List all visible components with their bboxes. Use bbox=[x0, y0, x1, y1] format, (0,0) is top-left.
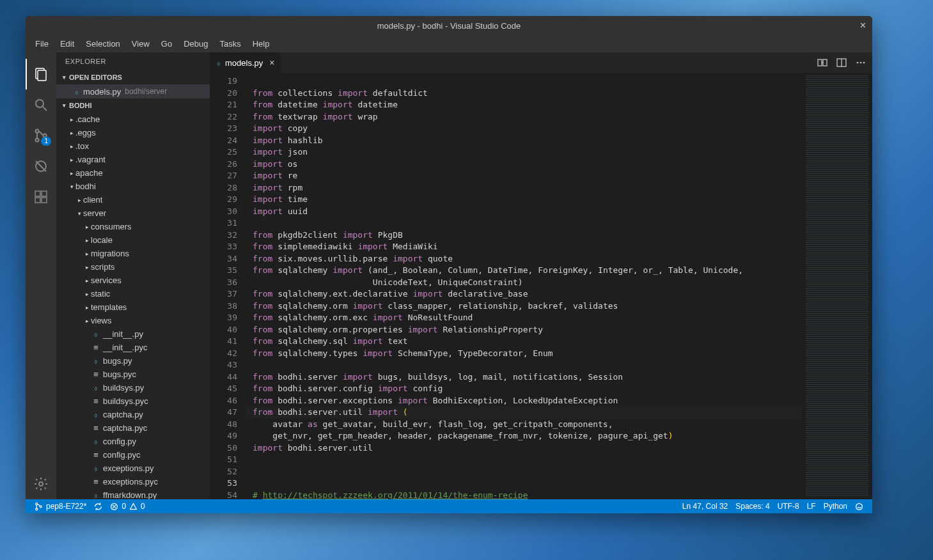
tree-item[interactable]: ≡config.pyc bbox=[56, 448, 210, 462]
chevron-down-icon: ▾ bbox=[60, 74, 68, 81]
tree-item[interactable]: ⬨bugs.py bbox=[56, 354, 210, 368]
chevron-right-icon: ▸ bbox=[83, 224, 91, 230]
svg-point-2 bbox=[36, 100, 43, 107]
tab-models-py[interactable]: ⬨ models.py × bbox=[210, 52, 281, 73]
python-file-icon: ⬨ bbox=[216, 58, 221, 68]
python-file-icon: ⬨ bbox=[91, 463, 101, 473]
python-file-icon: ⬨ bbox=[91, 490, 101, 499]
tree-item[interactable]: ≡bugs.pyc bbox=[56, 368, 210, 381]
chevron-down-icon: ▾ bbox=[75, 210, 83, 217]
close-icon[interactable]: × bbox=[860, 20, 866, 31]
tree-item[interactable]: ▸consumers bbox=[56, 220, 210, 233]
chevron-right-icon: ▸ bbox=[68, 130, 75, 136]
extensions-icon[interactable] bbox=[26, 182, 56, 212]
svg-point-19 bbox=[860, 62, 862, 64]
menu-view[interactable]: View bbox=[126, 36, 155, 51]
tree-item[interactable]: ≡exceptions.pyc bbox=[56, 475, 210, 488]
tree-item[interactable]: ▸locale bbox=[56, 233, 210, 247]
close-tab-icon[interactable]: × bbox=[269, 58, 274, 68]
svg-rect-10 bbox=[42, 191, 47, 196]
menu-file[interactable]: File bbox=[29, 36, 54, 51]
svg-rect-1 bbox=[38, 70, 46, 81]
explorer-icon[interactable] bbox=[26, 59, 56, 89]
editor-group: ⬨ models.py × 19202122232425262728293031… bbox=[210, 52, 872, 499]
debug-icon[interactable] bbox=[26, 151, 56, 182]
encoding-seg[interactable]: UTF-8 bbox=[774, 499, 803, 513]
compare-changes-icon[interactable] bbox=[817, 58, 827, 68]
eol-seg[interactable]: LF bbox=[803, 499, 820, 513]
code-editor[interactable]: 1920212223242526272829303132333435363738… bbox=[210, 73, 872, 499]
chevron-right-icon: ▸ bbox=[83, 277, 91, 284]
tree-item[interactable]: ⬨buildsys.py bbox=[56, 381, 210, 394]
tree-item[interactable]: ▸scripts bbox=[56, 260, 210, 274]
menu-selection[interactable]: Selection bbox=[80, 36, 125, 51]
settings-gear-icon[interactable] bbox=[26, 469, 56, 499]
menu-go[interactable]: Go bbox=[155, 36, 178, 51]
tree-item[interactable]: ▸templates bbox=[56, 300, 210, 314]
search-icon[interactable] bbox=[26, 89, 56, 120]
source-control-icon[interactable]: 1 bbox=[26, 120, 56, 151]
svg-line-3 bbox=[43, 107, 47, 111]
svg-point-21 bbox=[36, 502, 38, 504]
svg-point-5 bbox=[36, 139, 39, 142]
svg-point-13 bbox=[39, 482, 43, 486]
language-seg[interactable]: Python bbox=[820, 499, 851, 513]
tree-item[interactable]: ▸services bbox=[56, 274, 210, 287]
open-editors-header[interactable]: ▾ OPEN EDITORS bbox=[56, 70, 210, 84]
menu-tasks[interactable]: Tasks bbox=[214, 36, 246, 51]
vscode-window: models.py - bodhi - Visual Studio Code ×… bbox=[26, 16, 872, 513]
tree-item[interactable]: ▾server bbox=[56, 206, 210, 220]
tree-item[interactable]: ≡buildsys.pyc bbox=[56, 394, 210, 408]
activity-bar: 1 bbox=[26, 52, 56, 499]
tree-item[interactable]: ▸.eggs bbox=[56, 126, 210, 139]
chevron-right-icon: ▸ bbox=[83, 264, 91, 270]
menubar: FileEditSelectionViewGoDebugTasksHelp bbox=[26, 35, 872, 52]
svg-rect-15 bbox=[823, 59, 827, 66]
tree-item[interactable]: ▸.tox bbox=[56, 139, 210, 153]
tree-item[interactable]: ▸migrations bbox=[56, 247, 210, 260]
tree-item[interactable]: ⬨exceptions.py bbox=[56, 462, 210, 475]
python-file-icon: ⬨ bbox=[91, 356, 101, 366]
python-file-icon: ⬨ bbox=[91, 329, 101, 339]
titlebar[interactable]: models.py - bodhi - Visual Studio Code × bbox=[26, 16, 872, 35]
tree-item[interactable]: ▸static bbox=[56, 287, 210, 300]
chevron-right-icon: ▸ bbox=[83, 237, 91, 244]
tree-item[interactable]: ⬨ffmarkdown.py bbox=[56, 488, 210, 499]
chevron-right-icon: ▸ bbox=[68, 157, 75, 163]
svg-point-20 bbox=[863, 62, 865, 64]
project-header[interactable]: ▾ BODHI bbox=[56, 98, 210, 113]
open-editor-item[interactable]: ⬨ models.py bodhi/server bbox=[56, 84, 210, 98]
cursor-pos-seg[interactable]: Ln 47, Col 32 bbox=[678, 499, 732, 513]
minimap[interactable] bbox=[802, 73, 872, 499]
code-content[interactable]: from collections import defaultdictfrom … bbox=[246, 73, 802, 499]
sidebar-title: EXPLORER bbox=[56, 52, 210, 70]
menu-help[interactable]: Help bbox=[247, 36, 276, 51]
menu-edit[interactable]: Edit bbox=[54, 36, 80, 51]
chevron-right-icon: ▸ bbox=[83, 304, 91, 311]
svg-rect-14 bbox=[818, 59, 822, 66]
python-file-icon: ⬨ bbox=[91, 383, 101, 393]
tree-item[interactable]: ▸.cache bbox=[56, 113, 210, 126]
indent-seg[interactable]: Spaces: 4 bbox=[732, 499, 773, 513]
tree-item[interactable]: ▸.vagrant bbox=[56, 153, 210, 166]
sidebar: EXPLORER ▾ OPEN EDITORS ⬨ models.py bodh… bbox=[56, 52, 210, 499]
tree-item[interactable]: ≡__init__.pyc bbox=[56, 341, 210, 354]
tree-item[interactable]: ▸views bbox=[56, 314, 210, 327]
sync-seg[interactable] bbox=[90, 499, 106, 513]
tree-item[interactable]: ▾bodhi bbox=[56, 180, 210, 193]
tree-item[interactable]: ⬨config.py bbox=[56, 435, 210, 448]
tree-item[interactable]: ▸apache bbox=[56, 166, 210, 180]
tree-item[interactable]: ≡captcha.pyc bbox=[56, 421, 210, 435]
more-actions-icon[interactable] bbox=[856, 58, 866, 68]
problems-seg[interactable]: 0 0 bbox=[106, 499, 148, 513]
svg-point-4 bbox=[36, 130, 39, 133]
menu-debug[interactable]: Debug bbox=[178, 36, 214, 51]
feedback-icon[interactable] bbox=[851, 499, 867, 513]
tree-item[interactable]: ▸client bbox=[56, 193, 210, 206]
python-file-icon: ⬨ bbox=[74, 87, 79, 97]
split-editor-icon[interactable] bbox=[836, 58, 847, 68]
git-branch-seg[interactable]: pep8-E722* bbox=[31, 499, 90, 513]
tree-item[interactable]: ⬨__init__.py bbox=[56, 327, 210, 341]
tree-item[interactable]: ⬨captcha.py bbox=[56, 408, 210, 421]
chevron-right-icon: ▸ bbox=[75, 197, 83, 203]
